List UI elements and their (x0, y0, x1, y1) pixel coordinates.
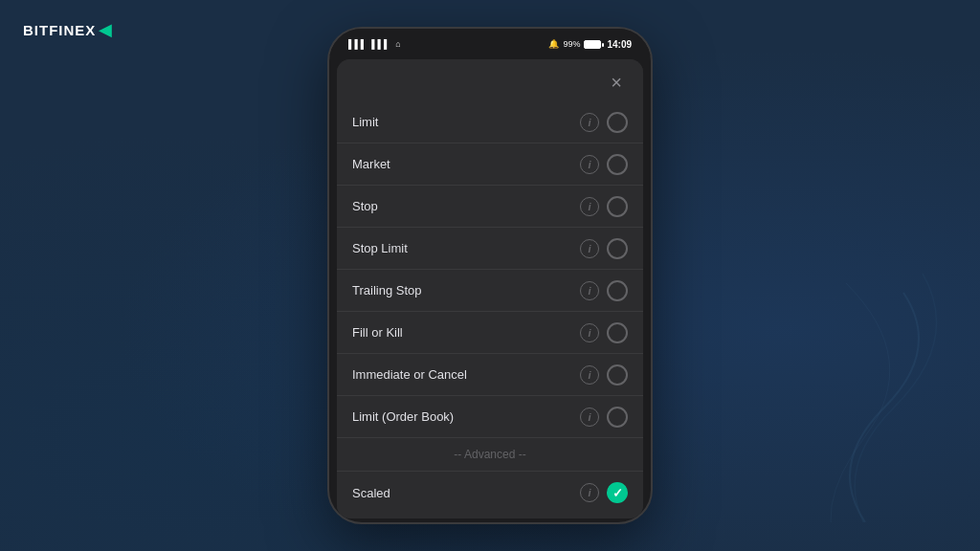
order-item-immediate-or-cancel[interactable]: Immediate or Canceli (337, 354, 643, 396)
radio-market[interactable] (607, 154, 628, 175)
battery-icon (584, 40, 601, 49)
info-button-scaled[interactable]: i (580, 483, 599, 502)
radio-stop[interactable] (607, 196, 628, 217)
alarm-icon: 🔔 (548, 39, 559, 49)
status-right: 🔔 99% 14:09 (548, 39, 632, 50)
info-button-limit-order-book[interactable]: i (580, 408, 599, 427)
signal-icon: ▌▌▌ (348, 39, 367, 49)
radio-trailing-stop[interactable] (607, 280, 628, 301)
order-item-limit[interactable]: Limiti (337, 101, 643, 143)
close-button[interactable]: × (605, 71, 628, 94)
radio-scaled[interactable] (607, 482, 628, 503)
order-label-stop: Stop (352, 199, 572, 213)
order-item-limit-order-book[interactable]: Limit (Order Book)i (337, 396, 643, 438)
order-type-list: LimitiMarketiStopiStop LimitiTrailing St… (337, 101, 643, 518)
time-display: 14:09 (607, 39, 632, 50)
modal-container: × LimitiMarketiStopiStop LimitiTrailing … (337, 59, 643, 518)
order-label-limit: Limit (352, 115, 572, 129)
info-button-stop-limit[interactable]: i (580, 239, 599, 258)
advanced-label: -- Advanced -- (454, 448, 525, 461)
battery-percentage: 99% (563, 39, 580, 49)
modal-header: × (337, 59, 643, 101)
logo-icon: ◀ (99, 19, 112, 40)
order-label-stop-limit: Stop Limit (352, 241, 572, 255)
advanced-separator: -- Advanced -- (337, 438, 643, 472)
order-item-trailing-stop[interactable]: Trailing Stopi (337, 270, 643, 312)
radio-limit[interactable] (607, 112, 628, 133)
order-item-fill-or-kill[interactable]: Fill or Killi (337, 312, 643, 354)
radio-immediate-or-cancel[interactable] (607, 364, 628, 386)
order-label-trailing-stop: Trailing Stop (352, 283, 572, 298)
order-item-stop-limit[interactable]: Stop Limiti (337, 228, 643, 270)
info-button-immediate-or-cancel[interactable]: i (580, 365, 599, 385)
order-item-stop[interactable]: Stopi (337, 186, 643, 228)
order-label-scaled: Scaled (352, 486, 572, 500)
order-label-fill-or-kill: Fill or Kill (352, 325, 572, 340)
order-label-market: Market (352, 157, 572, 171)
bitfinex-logo: BITFINEX ◀ (23, 19, 112, 40)
status-left: ▌▌▌ ▌▌▌ ⌂ (348, 39, 401, 49)
phone-frame: ▌▌▌ ▌▌▌ ⌂ 🔔 99% 14:09 × LimitiMarketiSto… (327, 27, 653, 524)
info-button-fill-or-kill[interactable]: i (580, 323, 599, 342)
signal2-icon: ▌▌▌ (371, 39, 390, 49)
order-item-market[interactable]: Marketi (337, 143, 643, 186)
order-label-immediate-or-cancel: Immediate or Cancel (352, 367, 572, 382)
info-button-trailing-stop[interactable]: i (580, 281, 599, 300)
status-bar: ▌▌▌ ▌▌▌ ⌂ 🔔 99% 14:09 (329, 29, 651, 55)
radio-limit-order-book[interactable] (607, 407, 628, 428)
order-item-scaled[interactable]: Scaledi (337, 472, 643, 514)
info-button-limit[interactable]: i (580, 113, 599, 132)
radio-fill-or-kill[interactable] (607, 322, 628, 343)
info-button-stop[interactable]: i (580, 197, 599, 216)
wifi-icon: ⌂ (395, 39, 400, 49)
info-button-market[interactable]: i (580, 155, 599, 174)
order-label-limit-order-book: Limit (Order Book) (352, 409, 572, 424)
radio-stop-limit[interactable] (607, 238, 628, 259)
logo-text: BITFINEX (23, 22, 96, 38)
